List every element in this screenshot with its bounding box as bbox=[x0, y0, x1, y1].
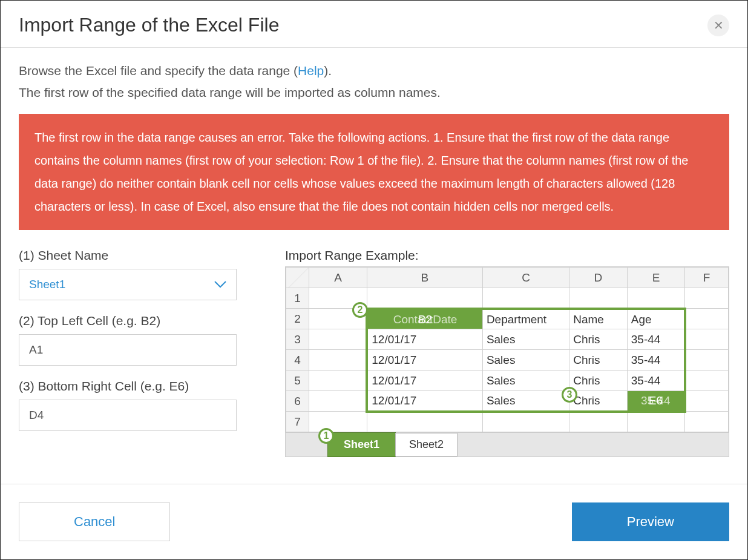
example-table: A B C D E F 1 2 bbox=[286, 267, 729, 432]
example-title: Import Range Example: bbox=[285, 248, 729, 263]
top-left-input[interactable] bbox=[19, 334, 237, 366]
row-header-6: 6 bbox=[286, 391, 309, 412]
chevron-down-icon bbox=[214, 278, 226, 291]
cell-c5: Sales bbox=[482, 371, 569, 391]
cell-d5: Chris bbox=[569, 371, 628, 391]
bottom-right-cell-field: (3) Bottom Right Cell (e.g. E6) bbox=[19, 379, 237, 431]
cell-b6: 12/01/17 bbox=[367, 391, 482, 412]
intro-line2: The first row of the specified data rang… bbox=[19, 85, 441, 99]
col-header-D: D bbox=[569, 268, 628, 288]
selection-br-label: E6 bbox=[628, 391, 684, 410]
row-header-3: 3 bbox=[286, 329, 309, 350]
close-button[interactable]: ✕ bbox=[707, 15, 729, 36]
cell-c3: Sales bbox=[482, 329, 569, 350]
cell-e2: Age bbox=[627, 309, 685, 329]
form-row: (1) Sheet Name Sheet1 (2) Top Left Cell … bbox=[19, 248, 729, 457]
col-header-F: F bbox=[685, 268, 729, 288]
sheet-name-field: (1) Sheet Name Sheet1 bbox=[19, 248, 237, 300]
bottom-right-label: (3) Bottom Right Cell (e.g. E6) bbox=[19, 379, 237, 394]
selection-br-cell: 35-44 E6 bbox=[627, 391, 685, 412]
import-range-dialog: Import Range of the Excel File ✕ Browse … bbox=[1, 1, 747, 559]
intro-text: Browse the Excel file and specify the da… bbox=[19, 60, 729, 103]
sheet-name-value: Sheet1 bbox=[29, 278, 65, 291]
example-sheet: 2 3 1 A B C D E F bbox=[285, 266, 729, 457]
cell-b4: 12/01/17 bbox=[367, 350, 482, 371]
col-header-E: E bbox=[627, 268, 685, 288]
cell-d6: Chris bbox=[569, 391, 628, 412]
cell-d4: Chris bbox=[569, 350, 628, 371]
corner-cell bbox=[286, 268, 309, 288]
cell-b3: 12/01/17 bbox=[367, 329, 482, 350]
intro-prefix: Browse the Excel file and specify the da… bbox=[19, 64, 298, 77]
top-left-label: (2) Top Left Cell (e.g. B2) bbox=[19, 314, 237, 328]
help-link[interactable]: Help bbox=[298, 64, 324, 77]
cell-e3: 35-44 bbox=[627, 329, 685, 350]
top-left-cell-field: (2) Top Left Cell (e.g. B2) bbox=[19, 314, 237, 366]
col-header-B: B bbox=[367, 268, 482, 288]
cell-c6: Sales bbox=[482, 391, 569, 412]
dialog-footer: Cancel Preview bbox=[1, 484, 747, 559]
close-icon: ✕ bbox=[714, 18, 724, 33]
col-header-C: C bbox=[482, 268, 569, 288]
row-header-2: 2 bbox=[286, 309, 309, 329]
dialog-header: Import Range of the Excel File ✕ bbox=[1, 1, 747, 48]
col-header-A: A bbox=[309, 268, 367, 288]
example-column: Import Range Example: 2 3 1 A B C D E bbox=[285, 248, 729, 457]
sheet-tab-sheet2[interactable]: Sheet2 bbox=[395, 433, 458, 456]
error-message: The first row in the data range causes a… bbox=[34, 131, 688, 213]
dialog-body[interactable]: Browse the Excel file and specify the da… bbox=[1, 48, 747, 484]
cancel-button[interactable]: Cancel bbox=[19, 502, 170, 541]
cell-d3: Chris bbox=[569, 329, 628, 350]
sheet-tabs: Sheet1 Sheet2 bbox=[286, 432, 729, 456]
row-header-4: 4 bbox=[286, 350, 309, 371]
form-column: (1) Sheet Name Sheet1 (2) Top Left Cell … bbox=[19, 248, 237, 444]
dialog-title: Import Range of the Excel File bbox=[19, 14, 279, 36]
intro-suffix: ). bbox=[324, 64, 332, 77]
sheet-name-label: (1) Sheet Name bbox=[19, 248, 237, 263]
row-header-7: 7 bbox=[286, 412, 309, 432]
sheet-tab-sheet1[interactable]: Sheet1 bbox=[328, 433, 395, 456]
selection-tl-label: B2 bbox=[368, 310, 482, 329]
cell-e5: 35-44 bbox=[627, 371, 685, 391]
row-header-1: 1 bbox=[286, 288, 309, 309]
preview-button[interactable]: Preview bbox=[572, 502, 729, 541]
sheet-name-select[interactable]: Sheet1 bbox=[19, 269, 237, 300]
cell-e4: 35-44 bbox=[627, 350, 685, 371]
cell-c2: Department bbox=[482, 309, 569, 329]
cell-b5: 12/01/17 bbox=[367, 371, 482, 391]
cell-d2: Name bbox=[569, 309, 628, 329]
cell-c4: Sales bbox=[482, 350, 569, 371]
error-banner: The first row in the data range causes a… bbox=[19, 114, 729, 230]
row-header-5: 5 bbox=[286, 371, 309, 391]
selection-tl-cell: ContactDate B2 bbox=[367, 309, 482, 329]
bottom-right-input[interactable] bbox=[19, 400, 237, 431]
